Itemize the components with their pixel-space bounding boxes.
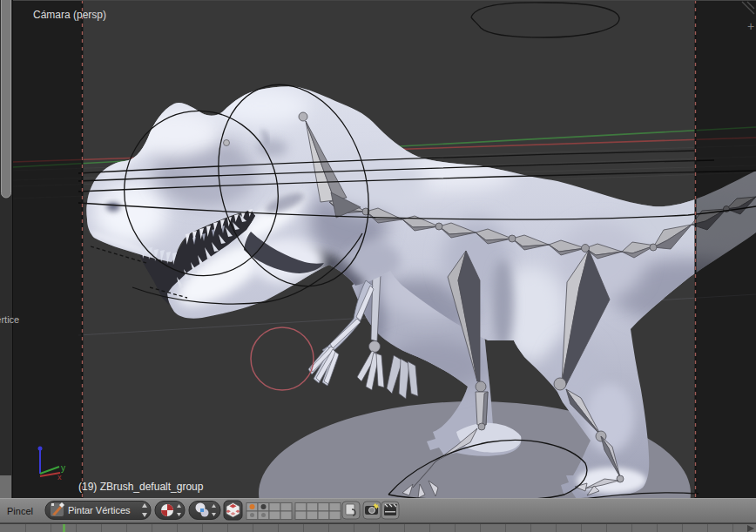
svg-text:Pincel: Pincel <box>7 506 33 516</box>
svg-text:Vértice: Vértice <box>0 314 19 325</box>
svg-text:Cámara (persp): Cámara (persp) <box>33 9 106 21</box>
svg-text:y: y <box>61 463 65 473</box>
svg-text:x: x <box>57 473 62 481</box>
svg-text:Pintar Vértices: Pintar Vértices <box>68 505 131 515</box>
svg-text:(19) ZBrush_defualt_group: (19) ZBrush_defualt_group <box>78 481 204 493</box>
svg-text:+: + <box>747 19 754 33</box>
